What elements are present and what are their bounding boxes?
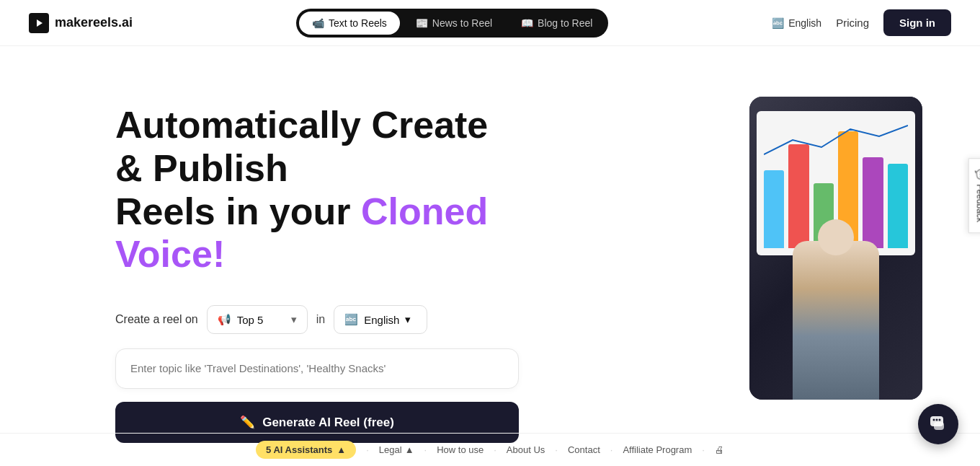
chat-icon [929, 415, 948, 434]
footer-affiliate[interactable]: Affiliate Program [623, 444, 692, 455]
chat-widget[interactable] [918, 404, 958, 444]
ai-assistants-badge[interactable]: 5 AI Assistants ▲ [256, 441, 356, 459]
person-body [793, 241, 879, 400]
hero-title: Automatically Create & Publish Reels in … [115, 104, 519, 276]
chevron-icon: ▲ [405, 444, 414, 455]
feedback-button[interactable]: 💬 Feedback [968, 158, 980, 233]
chevron-up-icon: ▲ [337, 444, 346, 455]
newspaper-icon: 📰 [416, 17, 428, 29]
tab-blog-to-reel[interactable]: 📖 Blog to Reel [508, 12, 605, 35]
svg-point-4 [933, 419, 935, 421]
create-reel-row: Create a reel on 📢 Top 5 ▾ in 🔤 English … [115, 305, 519, 334]
svg-point-5 [936, 419, 938, 421]
signin-button[interactable]: Sign in [883, 9, 951, 36]
language-selector[interactable]: 🔤 English [772, 17, 821, 29]
tab-text-to-reels[interactable]: 📹 Text to Reels [299, 12, 400, 35]
sep-3: · [494, 444, 496, 455]
chevron-down-icon: ▾ [291, 313, 297, 326]
logo-icon [29, 13, 49, 33]
svg-rect-3 [934, 422, 944, 430]
footer-row: 5 AI Assistants ▲ · Legal ▲ · How to use… [0, 433, 980, 466]
nav-right: 🔤 English Pricing Sign in [772, 9, 951, 36]
footer-legal[interactable]: Legal ▲ [379, 444, 414, 455]
lang-select-value: English [364, 314, 399, 326]
megaphone-icon: 📢 [218, 313, 231, 326]
feedback-icon: 💬 [975, 169, 980, 180]
chevron-down-icon-2: ▾ [405, 313, 411, 326]
main-content: Automatically Create & Publish Reels in … [0, 46, 980, 466]
language-select[interactable]: 🔤 English ▾ [334, 305, 427, 334]
sep-5: · [610, 444, 613, 455]
footer-about-us[interactable]: About Us [507, 444, 545, 455]
footer-how-to-use[interactable]: How to use [437, 444, 484, 455]
badge-label: 5 AI Assistants [266, 444, 332, 455]
sep-4: · [555, 444, 558, 455]
brand-name: makereels.ai [55, 15, 133, 30]
navbar: makereels.ai 📹 Text to Reels 📰 News to R… [0, 0, 980, 46]
topic-input-container [115, 348, 519, 389]
magic-icon: ✏️ [240, 415, 255, 430]
video-icon: 📹 [312, 17, 324, 29]
sep-1: · [366, 444, 369, 455]
topic-input[interactable] [130, 362, 504, 374]
sep-2: · [424, 444, 427, 455]
topic-select-value: Top 5 [237, 314, 264, 326]
translate-icon: 🔤 [772, 17, 784, 29]
generate-label: Generate AI Reel (free) [262, 416, 394, 430]
language-label: English [788, 17, 821, 29]
brand-logo[interactable]: makereels.ai [29, 13, 133, 33]
hero-title-part1: Automatically Create & Publish [115, 104, 488, 189]
sep-6: · [702, 444, 705, 455]
hero-title-part2: Reels in your [115, 190, 361, 232]
blog-icon: 📖 [521, 17, 533, 29]
hero-section: Automatically Create & Publish Reels in … [115, 89, 519, 443]
in-label: in [316, 313, 325, 326]
hero-image-mock [749, 97, 922, 400]
tab-news-to-reel[interactable]: 📰 News to Reel [403, 12, 505, 35]
tab-blog-to-reel-label: Blog to Reel [538, 17, 592, 29]
printer-icon: 🖨 [715, 444, 724, 455]
svg-point-6 [939, 419, 941, 421]
person-head [818, 219, 854, 255]
topic-select[interactable]: 📢 Top 5 ▾ [207, 305, 308, 334]
nav-tabs: 📹 Text to Reels 📰 News to Reel 📖 Blog to… [296, 9, 608, 38]
tab-news-to-reel-label: News to Reel [432, 17, 492, 29]
footer-contact[interactable]: Contact [568, 444, 600, 455]
create-label: Create a reel on [115, 313, 198, 326]
hero-image [749, 97, 922, 400]
translate-icon-2: 🔤 [344, 313, 358, 326]
feedback-label: Feedback [975, 184, 980, 222]
pricing-link[interactable]: Pricing [836, 17, 869, 29]
tab-text-to-reels-label: Text to Reels [329, 17, 387, 29]
